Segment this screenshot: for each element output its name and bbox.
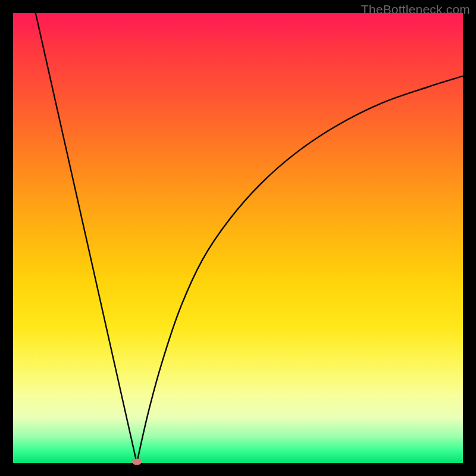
watermark-text: TheBottleneck.com xyxy=(361,2,470,17)
curve-svg xyxy=(13,13,463,463)
left-line-path xyxy=(36,13,137,463)
minimum-marker xyxy=(132,459,142,465)
chart-plot-area xyxy=(13,13,463,463)
right-curve-path xyxy=(137,76,463,463)
